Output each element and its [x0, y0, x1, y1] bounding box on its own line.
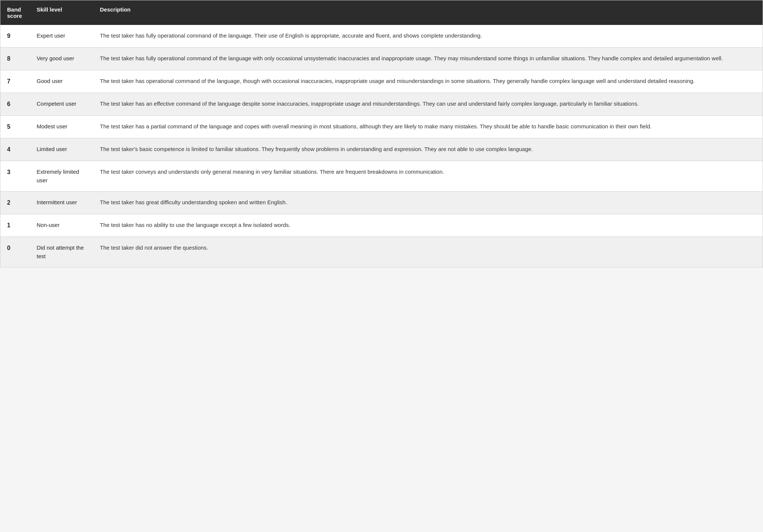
- table-row: 5Modest userThe test taker has a partial…: [0, 116, 763, 138]
- description-cell: The test taker has a partial command of …: [93, 116, 763, 138]
- band-score-cell: 2: [0, 192, 30, 214]
- ielts-band-score-table: Band score Skill level Description 9Expe…: [0, 0, 763, 267]
- skill-level-cell: Did not attempt the test: [30, 237, 93, 267]
- table-row: 8Very good userThe test taker has fully …: [0, 48, 763, 70]
- band-score-cell: 5: [0, 116, 30, 138]
- header-skill-level: Skill level: [30, 0, 93, 25]
- band-score-cell: 4: [0, 138, 30, 161]
- description-cell: The test taker has fully operational com…: [93, 25, 763, 48]
- skill-level-cell: Good user: [30, 70, 93, 93]
- band-score-cell: 0: [0, 237, 30, 267]
- description-cell: The test taker did not answer the questi…: [93, 237, 763, 267]
- skill-level-cell: Competent user: [30, 93, 93, 116]
- description-cell: The test taker has operational command o…: [93, 70, 763, 93]
- table-row: 2Intermittent userThe test taker has gre…: [0, 192, 763, 214]
- band-score-cell: 8: [0, 48, 30, 70]
- description-cell: The test taker has fully operational com…: [93, 48, 763, 70]
- table-row: 3Extremely limited userThe test taker co…: [0, 161, 763, 192]
- skill-level-cell: Very good user: [30, 48, 93, 70]
- skill-level-cell: Expert user: [30, 25, 93, 48]
- band-score-cell: 6: [0, 93, 30, 116]
- skill-level-cell: Extremely limited user: [30, 161, 93, 192]
- skill-level-cell: Limited user: [30, 138, 93, 161]
- header-description: Description: [93, 0, 763, 25]
- skill-level-cell: Modest user: [30, 116, 93, 138]
- band-score-cell: 7: [0, 70, 30, 93]
- skill-level-cell: Intermittent user: [30, 192, 93, 214]
- table-row: 6Competent userThe test taker has an eff…: [0, 93, 763, 116]
- table-row: 7Good userThe test taker has operational…: [0, 70, 763, 93]
- header-band-score: Band score: [0, 0, 30, 25]
- description-cell: The test taker has great difficulty unde…: [93, 192, 763, 214]
- table-header-row: Band score Skill level Description: [0, 0, 763, 25]
- description-cell: The test taker has no ability to use the…: [93, 214, 763, 237]
- description-cell: The test taker conveys and understands o…: [93, 161, 763, 192]
- band-score-cell: 1: [0, 214, 30, 237]
- band-score-cell: 9: [0, 25, 30, 48]
- table-row: 0Did not attempt the testThe test taker …: [0, 237, 763, 267]
- table-row: 9Expert userThe test taker has fully ope…: [0, 25, 763, 48]
- skill-level-cell: Non-user: [30, 214, 93, 237]
- band-score-cell: 3: [0, 161, 30, 192]
- table-row: 1Non-userThe test taker has no ability t…: [0, 214, 763, 237]
- description-cell: The test taker has an effective command …: [93, 93, 763, 116]
- description-cell: The test taker's basic competence is lim…: [93, 138, 763, 161]
- table-row: 4Limited userThe test taker's basic comp…: [0, 138, 763, 161]
